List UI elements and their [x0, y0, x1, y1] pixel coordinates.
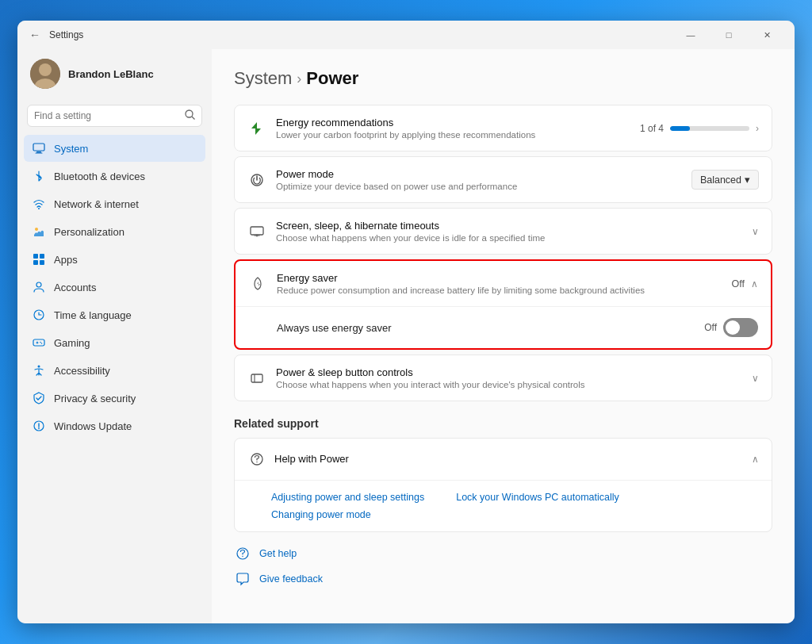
give-feedback-label: Give feedback: [259, 573, 323, 585]
accessibility-icon: [32, 363, 46, 378]
screen-sleep-row[interactable]: Screen, sleep, & hibernate timeouts Choo…: [235, 209, 772, 254]
svg-line-4: [192, 117, 195, 120]
time-icon: [32, 308, 46, 322]
progress-fill: [670, 126, 690, 131]
screen-sleep-right: ∨: [752, 226, 759, 237]
accounts-icon: [32, 280, 46, 294]
svg-point-26: [256, 462, 257, 462]
sidebar-item-bluetooth[interactable]: Bluetooth & devices: [24, 163, 205, 190]
sidebar-item-apps[interactable]: Apps: [24, 246, 205, 273]
svg-rect-16: [33, 339, 44, 346]
sidebar-item-personalization-label: Personalization: [54, 226, 124, 238]
svg-rect-11: [40, 254, 44, 259]
settings-window: ← Settings — □ ✕ Brandon LeBlanc: [17, 21, 795, 623]
sidebar-item-system-label: System: [54, 143, 88, 155]
energy-saver-right: Off ∧: [732, 278, 758, 289]
svg-point-3: [186, 110, 193, 117]
screen-sleep-section: Screen, sleep, & hibernate timeouts Choo…: [234, 208, 772, 255]
bluetooth-icon: [32, 169, 46, 183]
sidebar-item-windows-update[interactable]: Windows Update: [24, 412, 205, 439]
screen-sleep-text: Screen, sleep, & hibernate timeouts Choo…: [276, 220, 742, 243]
help-with-power-right: ∧: [752, 454, 759, 465]
network-icon: [32, 197, 46, 211]
svg-point-1: [39, 63, 52, 76]
sidebar-item-privacy-label: Privacy & security: [54, 393, 136, 404]
energy-recommendations-right: 1 of 4 ›: [640, 123, 759, 134]
gaming-icon: [32, 335, 46, 350]
windows-update-icon: [32, 419, 46, 433]
lock-windows-pc-link[interactable]: Lock your Windows PC automatically: [456, 492, 619, 503]
sidebar-item-accounts-label: Accounts: [54, 282, 96, 293]
close-button[interactable]: ✕: [749, 22, 785, 48]
svg-rect-23: [251, 374, 262, 382]
power-mode-dropdown[interactable]: Balanced ▾: [691, 170, 759, 190]
sidebar-item-network[interactable]: Network & internet: [24, 190, 205, 217]
breadcrumb-current: Power: [306, 68, 358, 89]
user-profile[interactable]: Brandon LeBlanc: [17, 49, 212, 98]
power-mode-right: Balanced ▾: [691, 170, 759, 190]
energy-saver-icon: [248, 274, 267, 293]
sidebar-item-accessibility[interactable]: Accessibility: [24, 357, 205, 384]
search-input[interactable]: [34, 110, 180, 121]
screen-sleep-title: Screen, sleep, & hibernate timeouts: [276, 220, 742, 232]
minimize-button[interactable]: —: [672, 22, 709, 48]
power-sleep-controls-text: Power & sleep button controls Choose wha…: [276, 366, 742, 389]
sidebar-item-apps-label: Apps: [54, 254, 78, 266]
progress-bar: [670, 126, 749, 131]
svg-point-17: [40, 342, 41, 343]
support-links-left: Adjusting power and sleep settings Chang…: [271, 492, 424, 520]
svg-point-28: [242, 556, 243, 557]
always-energy-saver-toggle[interactable]: [723, 318, 758, 337]
sidebar: Brandon LeBlanc System: [17, 49, 212, 623]
sidebar-item-personalization[interactable]: Personalization: [24, 218, 205, 245]
energy-saver-section: Energy saver Reduce power consumption an…: [234, 259, 772, 350]
help-with-power-header[interactable]: Help with Power ∧: [235, 439, 772, 481]
help-with-power-chevron-icon: ∧: [752, 454, 759, 465]
power-mode-icon: [247, 171, 266, 190]
sidebar-item-system[interactable]: System: [24, 135, 205, 162]
toggle-wrapper: Off: [704, 318, 758, 337]
sidebar-item-time[interactable]: Time & language: [24, 301, 205, 328]
maximize-button[interactable]: □: [710, 22, 747, 48]
svg-point-9: [35, 228, 38, 231]
toggle-state-label: Off: [704, 322, 717, 333]
sidebar-item-gaming-label: Gaming: [54, 337, 90, 349]
avatar: [30, 59, 60, 89]
energy-recommendations-title: Energy recommendations: [276, 117, 630, 128]
sidebar-item-gaming[interactable]: Gaming: [24, 329, 205, 356]
breadcrumb-separator: ›: [297, 71, 301, 87]
energy-recommendations-row[interactable]: Energy recommendations Lower your carbon…: [235, 105, 772, 151]
back-button[interactable]: ←: [27, 27, 43, 43]
adjusting-power-link[interactable]: Adjusting power and sleep settings: [271, 492, 424, 503]
power-mode-text: Power mode Optimize your device based on…: [276, 168, 682, 191]
sidebar-item-network-label: Network & internet: [54, 198, 139, 210]
power-mode-section: Power mode Optimize your device based on…: [234, 156, 772, 203]
give-feedback-icon: [234, 570, 251, 588]
help-with-power-title: Help with Power: [274, 453, 744, 465]
sidebar-item-bluetooth-label: Bluetooth & devices: [54, 171, 145, 182]
energy-recommendations-desc: Lower your carbon footprint by applying …: [276, 130, 630, 140]
related-support-title: Related support: [234, 417, 772, 430]
sidebar-item-privacy[interactable]: Privacy & security: [24, 385, 205, 412]
screen-sleep-desc: Choose what happens when your device is …: [276, 233, 742, 243]
progress-label: 1 of 4: [640, 123, 664, 134]
sidebar-nav: System Bluetooth & devices Network & int…: [17, 133, 212, 441]
dropdown-chevron-icon: ▾: [745, 174, 750, 186]
power-sleep-controls-right: ∨: [752, 373, 759, 384]
give-feedback-item[interactable]: Give feedback: [234, 570, 772, 588]
power-mode-row[interactable]: Power mode Optimize your device based on…: [235, 157, 772, 202]
svg-point-18: [41, 343, 43, 344]
window-controls: — □ ✕: [672, 22, 785, 48]
search-box[interactable]: [27, 105, 202, 127]
system-icon: [32, 141, 46, 155]
energy-saver-header[interactable]: Energy saver Reduce power consumption an…: [236, 261, 771, 307]
breadcrumb-parent: System: [234, 68, 292, 89]
power-sleep-controls-section: Power & sleep button controls Choose wha…: [234, 355, 772, 401]
user-name: Brandon LeBlanc: [68, 68, 154, 80]
power-sleep-controls-row[interactable]: Power & sleep button controls Choose wha…: [235, 355, 772, 401]
titlebar-title: Settings: [49, 29, 83, 40]
sidebar-item-accounts[interactable]: Accounts: [24, 274, 205, 301]
get-help-item[interactable]: Get help: [234, 545, 772, 562]
related-support-section: Help with Power ∧ Adjusting power and sl…: [234, 438, 772, 532]
changing-power-mode-link[interactable]: Changing power mode: [271, 509, 424, 520]
